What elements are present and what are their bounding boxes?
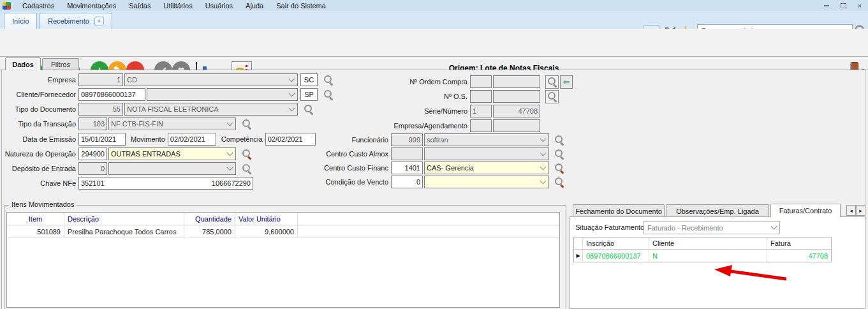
col-valor-unitario[interactable]: Valor Unitário (235, 213, 298, 225)
empresa-agendamento-input-2[interactable] (493, 119, 540, 132)
natureza-code-input[interactable]: 294900 (78, 147, 107, 160)
search-icon[interactable] (304, 104, 314, 114)
col-descricao[interactable]: Descrição (64, 213, 184, 225)
search-icon[interactable] (323, 75, 334, 85)
col-item[interactable]: Item (7, 213, 64, 225)
tipo-documento-combo[interactable]: NOTA FISCAL ELETRONICA (124, 103, 298, 116)
tipo-transacao-combo[interactable]: NF CTB-FIS-FIN (108, 117, 236, 130)
competencia-input[interactable]: 02/02/2021 (265, 133, 316, 146)
tipo-documento-code-input[interactable]: 55 (78, 103, 123, 116)
tab-dados[interactable]: Dados (5, 57, 41, 70)
condicao-vencto-combo[interactable] (424, 176, 549, 188)
search-icon[interactable] (554, 135, 564, 145)
restore-button[interactable] (836, 1, 850, 10)
ordem-compra-input-1[interactable] (470, 75, 492, 88)
right-panel-tabs: Fechamento do Documento Observações/Emp.… (570, 204, 868, 217)
search-icon[interactable] (242, 163, 252, 174)
tab-recebimento[interactable]: Recebimento × (40, 13, 112, 29)
funcionario-code-input[interactable]: 999 (391, 133, 423, 146)
search-icon[interactable] (323, 89, 334, 100)
condicao-vencto-code-input[interactable]: 0 (391, 176, 423, 188)
search-icon[interactable] (554, 163, 564, 173)
minimize-button[interactable] (820, 1, 834, 10)
menu-bar: Cadastros Movimentações Saídas Utilitári… (0, 0, 868, 11)
ordem-compra-input-2[interactable] (493, 75, 540, 88)
menu-movimentacoes[interactable]: Movimentações (61, 0, 122, 11)
tab-close-button[interactable]: × (94, 17, 104, 26)
ordem-compra-search-button[interactable] (545, 75, 559, 89)
funcionario-combo[interactable]: softran (424, 133, 549, 146)
tab-recebimento-label: Recebimento (48, 17, 89, 25)
tab-observacoes-emp-ligada[interactable]: Observações/Emp. Ligada (666, 204, 769, 217)
situacao-faturamento-combo[interactable]: Faturado - Recebimento (644, 221, 780, 234)
serie-input[interactable]: 1 (470, 105, 492, 117)
close-button[interactable]: × (853, 1, 867, 10)
faturas-contrato-panel: Situação Faturamento Faturado - Recebime… (570, 216, 865, 309)
cc-financ-code-input[interactable]: 1401 (391, 162, 423, 174)
row-cliente: Cliente/Fornecedor 08970866000137 SP (0, 88, 334, 101)
col-cliente[interactable]: Cliente (649, 237, 767, 250)
itens-grid[interactable]: Item Descrição Quantidade Valor Unitário… (6, 212, 560, 308)
natureza-combo[interactable]: OUTRAS ENTRADAS (108, 147, 236, 160)
data-emissao-input[interactable]: 15/01/2021 (78, 133, 126, 146)
row-datas: Data de Emissão 15/01/2021 Movimento 02/… (0, 133, 316, 146)
empresa-label: Empresa (0, 76, 78, 84)
tab-filtros[interactable]: Filtros (42, 58, 79, 70)
row-selector-icon: ▶ (574, 250, 583, 262)
col-inscricao[interactable]: Inscrição (583, 237, 649, 250)
deposito-code-input[interactable]: 0 (78, 162, 107, 175)
cliente-combo[interactable] (147, 88, 298, 101)
search-icon[interactable] (554, 149, 564, 159)
menu-utilitarios[interactable]: Utilitários (157, 0, 198, 11)
row-chave-nfe: Chave NFe 352101 1066672290 (0, 177, 253, 190)
cc-financ-combo[interactable]: CAS- Gerencia (424, 162, 549, 174)
empresa-code-input[interactable]: 1 (78, 73, 123, 86)
table-row[interactable]: 501089 Presilha Parachoque Todos Carros … (7, 225, 559, 238)
chevron-down-icon (289, 105, 295, 111)
tab-fechamento-documento[interactable]: Fechamento do Documento (573, 204, 665, 217)
funcionario-label: Funcionário (313, 136, 391, 144)
search-icon[interactable] (242, 149, 252, 159)
search-icon[interactable] (554, 177, 564, 187)
cliente-code-input[interactable]: 08970866000137 (78, 88, 145, 101)
chave-nfe-left: 352101 (81, 179, 105, 187)
os-input-2[interactable] (493, 90, 540, 103)
menu-ajuda[interactable]: Ajuda (239, 0, 270, 11)
app-window: Cadastros Movimentações Saídas Utilitári… (0, 0, 868, 309)
os-search-button[interactable] (545, 90, 559, 103)
menu-saidas[interactable]: Saídas (122, 0, 157, 11)
tab-faturas-contrato[interactable]: Faturas/Contrato (770, 204, 841, 217)
assign-arrow-icon: ⇐ (563, 77, 570, 87)
empresa-combo[interactable]: CD (124, 73, 298, 86)
tab-label: Faturas/Contrato (779, 207, 832, 215)
numero-input[interactable]: 47708 (493, 105, 540, 117)
chave-nfe-right: 1066672290 (212, 179, 251, 187)
menu-sair-do-sistema[interactable]: Sair do Sistema (270, 0, 332, 11)
os-input-1[interactable] (470, 90, 492, 103)
cell-quantidade: 785,0000 (184, 225, 235, 238)
search-icon[interactable] (242, 119, 252, 129)
cliente-uf-input[interactable]: SP (300, 88, 318, 101)
tipo-transacao-code-input[interactable]: 103 (78, 117, 107, 130)
empresa-uf-input[interactable]: SC (300, 73, 318, 86)
menu-cadastros[interactable]: Cadastros (16, 0, 61, 11)
col-quantidade[interactable]: Quantidade (184, 213, 235, 225)
movimento-input[interactable]: 02/02/2021 (168, 133, 216, 146)
itens-movimentados-legend: Itens Movimentados (9, 200, 77, 208)
row-cc-financ: Centro Custo Financ 1401 CAS- Gerencia (313, 162, 564, 174)
annotation-arrow (709, 264, 792, 283)
deposito-combo[interactable] (108, 162, 236, 175)
menu-usuarios[interactable]: Usuários (199, 0, 239, 11)
chave-nfe-input[interactable]: 352101 1066672290 (78, 177, 253, 190)
ordem-compra-assign-button[interactable]: ⇐ (560, 75, 573, 89)
movimento-label: Movimento (131, 135, 168, 143)
faturas-grid[interactable]: Inscrição Cliente Fatura ▶ 0897086600013… (573, 237, 832, 262)
tab-inicio[interactable]: Início (4, 13, 37, 29)
cc-almox-combo[interactable] (424, 147, 549, 160)
col-fatura[interactable]: Fatura (767, 237, 831, 250)
tab-scroll-right-button[interactable]: ▸ (856, 205, 865, 216)
cc-almox-code-input[interactable] (391, 147, 423, 160)
empresa-agendamento-input-1[interactable] (470, 119, 492, 132)
tab-scroll-left-button[interactable]: ◂ (846, 205, 856, 216)
table-row[interactable]: ▶ 08970866000137 N 47708 (574, 250, 831, 262)
